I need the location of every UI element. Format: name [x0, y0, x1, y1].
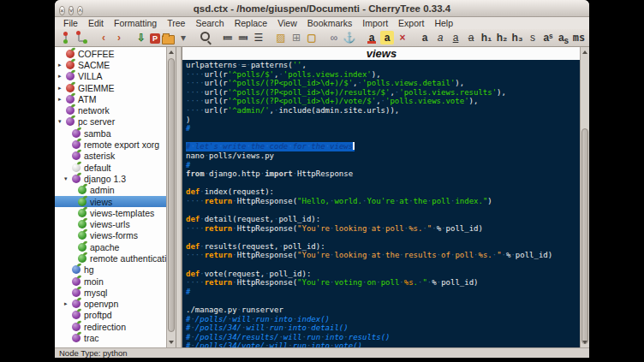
tree-item-mysql[interactable]: mysql — [55, 287, 167, 298]
insert-codebox-icon[interactable]: ▢ — [305, 31, 319, 45]
tree-item-default[interactable]: default — [55, 162, 167, 173]
code-line — [186, 134, 581, 143]
tree-item-redirection[interactable]: redirection — [55, 321, 167, 332]
tree-item-giemme[interactable]: ▸GIEMME — [55, 82, 167, 93]
code-token: '^polls/(?P<poll_id>\d+)/vote/$' — [228, 97, 376, 105]
bg-color-icon[interactable]: a — [380, 31, 394, 45]
numbered-list-icon[interactable]: ≕ — [236, 31, 250, 45]
code-token: url(r — [205, 79, 228, 87]
tree-item-samba[interactable]: samba — [55, 128, 167, 139]
clear-format-icon[interactable]: × — [396, 31, 409, 45]
expander-icon[interactable]: ▾ — [58, 118, 66, 125]
h1-icon[interactable]: h₁ — [480, 31, 493, 45]
menu-replace[interactable]: Replace — [230, 18, 273, 28]
underline-icon[interactable]: a — [449, 31, 462, 45]
menu-bookmarks[interactable]: Bookmarks — [302, 18, 358, 28]
tree-item-remote-authentication[interactable]: remote authentication — [55, 252, 167, 264]
recent-docs-dropdown-icon[interactable]: ▾ — [176, 31, 190, 45]
h2-icon[interactable]: h₂ — [495, 31, 509, 45]
menu-help[interactable]: Help — [429, 18, 458, 28]
code-token: from — [186, 169, 205, 178]
todo-list-icon[interactable]: ☰ — [252, 31, 265, 45]
tree-item-sacme[interactable]: ▸SACME — [55, 59, 167, 70]
code-editor[interactable]: urlpatterns·=·patterns('',····url(r'^pol… — [182, 60, 581, 347]
scroll-up-icon[interactable] — [582, 50, 587, 54]
add-node-icon[interactable] — [59, 31, 73, 45]
menu-search[interactable]: Search — [190, 18, 229, 28]
bold-icon[interactable]: a — [418, 31, 432, 45]
menu-formatting[interactable]: Formatting — [109, 18, 162, 28]
insert-image-icon[interactable]: ▨ — [274, 31, 288, 45]
monospace-icon[interactable]: ms — [572, 31, 586, 45]
find-icon[interactable] — [199, 31, 212, 45]
save-icon[interactable]: ⇩ — [134, 31, 148, 45]
tree-item-django-1-3[interactable]: ▾django 1.3 — [55, 173, 167, 184]
go-back-icon[interactable]: ‹ — [97, 31, 110, 45]
menu-file[interactable]: File — [58, 18, 83, 28]
tree-item-remote-export-xorg[interactable]: remote export xorg — [55, 139, 167, 150]
tree-item-hg[interactable]: hg — [55, 264, 167, 276]
expander-icon[interactable]: ▾ — [64, 175, 72, 182]
tree-scrollbar-thumb[interactable] — [168, 58, 175, 332]
add-subnode-icon[interactable] — [75, 31, 88, 45]
tree-scrollbar[interactable] — [166, 47, 176, 347]
bulleted-list-icon[interactable]: ≔ — [221, 31, 235, 45]
code-token: index() — [297, 315, 330, 323]
tree-item-proftpd[interactable]: proftpd — [55, 310, 167, 321]
editor-scrollbar[interactable] — [580, 47, 589, 347]
fg-color-icon[interactable]: a — [365, 31, 379, 45]
tree-item-views-templates[interactable]: views-templates — [55, 207, 167, 218]
tree-item-moin[interactable]: moin — [55, 276, 167, 287]
go-forward-icon[interactable]: › — [112, 31, 126, 45]
tree-item-views[interactable]: views — [55, 196, 167, 207]
italic-icon[interactable]: a — [433, 31, 447, 45]
tree-item-admin[interactable]: admin — [55, 185, 167, 196]
superscript-icon[interactable]: aˢ — [541, 31, 555, 45]
editor-scrollbar-thumb[interactable] — [581, 128, 588, 344]
scroll-down-icon[interactable] — [169, 341, 174, 344]
menu-tree[interactable]: Tree — [162, 18, 190, 28]
tree-item-coffee[interactable]: COFFEE — [55, 48, 167, 59]
strikethrough-icon[interactable]: a — [464, 31, 478, 45]
tree-item-asterisk[interactable]: asterisk — [55, 151, 167, 162]
menu-edit[interactable]: Edit — [83, 18, 109, 28]
tree-item-network[interactable]: network — [55, 104, 167, 116]
expander-icon[interactable]: ▸ — [58, 96, 66, 103]
scroll-down-icon[interactable] — [582, 341, 587, 344]
expander-icon[interactable]: ▸ — [64, 300, 72, 307]
menu-export[interactable]: Export — [393, 18, 429, 28]
tree-item-pc-server[interactable]: ▾pc server — [55, 116, 167, 128]
tree-item-trac[interactable]: trac — [55, 332, 167, 343]
insert-table-icon[interactable]: ⊞ — [289, 31, 303, 45]
tree-item-apache[interactable]: apache — [55, 241, 167, 252]
insert-link-icon[interactable]: ∞ — [327, 31, 341, 45]
export-pdf-icon[interactable]: P — [150, 33, 160, 44]
h3-icon[interactable]: h₃ — [510, 31, 524, 45]
open-file-icon[interactable] — [162, 35, 175, 45]
code-line: #·/polls/·will·run·into·index() — [186, 315, 581, 324]
code-token: into — [325, 333, 344, 341]
node-tree[interactable]: COFFEE▸SACME▸VILLA▸GIEMME▸ATMnetwork▾pc … — [55, 48, 167, 347]
subscript-icon[interactable]: as — [557, 31, 570, 45]
tree-item-villa[interactable]: ▸VILLA — [55, 71, 167, 82]
expander-icon[interactable]: ▸ — [58, 85, 66, 92]
expander-icon[interactable]: ▸ — [58, 62, 66, 68]
code-token: poll — [432, 197, 450, 205]
code-token: run — [293, 341, 307, 347]
menu-import[interactable]: Import — [357, 18, 393, 28]
tree-item-atm[interactable]: ▸ATM — [55, 93, 167, 104]
small-icon[interactable]: s — [526, 31, 540, 45]
tree-item-views-forms[interactable]: views-forms — [55, 230, 167, 241]
tree-item-views-urls[interactable]: views-urls — [55, 218, 167, 229]
code-token: poll_id): — [270, 270, 312, 278]
code-token: "Hello, — [297, 197, 330, 205]
menu-view[interactable]: View — [272, 18, 302, 28]
titlebar[interactable]: ×˅˄ qsd.ctx - /home/giuspen/Documenti - … — [55, 0, 589, 17]
tree-item-label: GIEMME — [78, 83, 115, 93]
scroll-up-icon[interactable] — [169, 50, 174, 54]
cherry-icon — [72, 277, 80, 286]
code-token: for — [293, 142, 307, 151]
expander-icon[interactable]: ▸ — [58, 73, 66, 80]
insert-anchor-icon[interactable]: ⚓ — [343, 31, 356, 45]
tree-item-openvpn[interactable]: ▸openvpn — [55, 299, 167, 310]
